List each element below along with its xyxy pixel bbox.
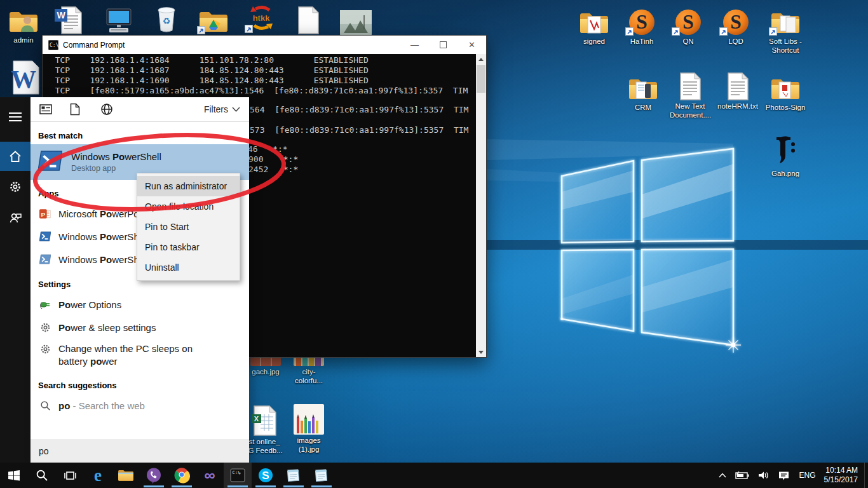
desktop-icon-crm[interactable]: CRM [623,71,663,112]
desktop-icon-qn[interactable]: QN [668,5,709,46]
window-title: Command Prompt [63,41,400,50]
feedback-button[interactable] [0,203,31,232]
maximize-button[interactable] [429,36,458,54]
desktop-icon-word-document[interactable]: W [51,4,92,34]
title-bar[interactable]: C:\ Command Prompt — ✕ [43,36,486,54]
menu-item-open-file-location[interactable]: Open file location [137,196,240,217]
filter-web-tab[interactable] [100,103,122,116]
desktop-icon-new-text-document[interactable]: New Text Document.... [670,70,710,119]
desktop-icon-photo[interactable] [336,5,376,36]
search-result-power-options[interactable]: Power Options [31,293,249,316]
menu-item-pin-to-taskbar[interactable]: Pin to taskbar [137,237,240,257]
shortcut-arrow-icon [719,27,728,36]
desktop-icon-label: Shortcut [765,46,806,55]
best-match-header: Best match [31,122,249,144]
result-label: Microsoft PowerPoint [58,208,149,219]
desktop-icon-gah-png[interactable]: Gah.png [765,133,806,178]
desktop-icon-blank-document[interactable] [288,4,329,34]
taskbar-notepad-button[interactable] [280,463,308,488]
desktop-icon-label: (1).jpg [288,445,329,454]
desktop-icon-photos-sign[interactable]: Photos-Sign [765,71,806,112]
file-explorer-icon [118,468,134,482]
desktop-icon-admin-folder[interactable]: admin [3,4,44,44]
search-result-pc-sleep-battery[interactable]: Change when the PC sleeps on battery pow… [31,339,249,372]
feedback-icon [8,210,22,224]
desktop-icon-htkk-shortcut[interactable]: htkk [241,3,281,33]
notepad-icon [286,468,301,483]
svg-text:C:\: C:\ [50,43,58,48]
shortcut-arrow-icon [625,27,634,36]
viber-icon [146,467,162,484]
desktop-icon-label: QN [682,37,693,45]
desktop-icon-label: noteHRM.txt [717,102,758,110]
desktop-icon-notehrm-txt[interactable]: noteHRM.txt [717,70,758,111]
home-icon [8,149,22,163]
search-result-power-sleep[interactable]: Power & sleep settings [31,316,249,339]
taskbar-search-button[interactable] [28,463,56,488]
taskbar-notepad2-button[interactable] [308,463,336,488]
vertical-scrollbar[interactable] [476,54,486,357]
taskbar-visual-studio-button[interactable]: ∞ [196,463,224,488]
windows-logo-icon [7,468,21,482]
powershell-icon [38,150,62,174]
maximize-icon [440,41,447,48]
menu-button[interactable] [0,102,31,132]
search-suggestions-header: Search suggestions [31,372,249,394]
desktop-icon-label: Gah.png [771,170,799,177]
battery-status[interactable] [731,463,754,488]
menu-item-uninstall[interactable]: Uninstall [137,257,240,278]
desktop-icon-hatinh[interactable]: HaTinh [621,5,662,46]
show-desktop-button[interactable] [864,463,868,488]
menu-item-run-as-administrator[interactable]: Run as administrator [137,176,240,196]
taskbar-chrome-button[interactable] [168,463,196,488]
desktop-icon-soft-libs[interactable]: Soft Libs - Shortcut [765,5,806,55]
document-icon [70,103,80,116]
close-button[interactable]: ✕ [458,36,486,54]
scroll-down-icon[interactable] [476,347,486,357]
desktop-icon-signed[interactable]: signed [574,5,614,46]
search-input[interactable]: po [31,439,249,463]
task-view-button[interactable] [56,463,84,488]
taskbar-skype-button[interactable]: S [252,463,280,488]
scrollbar-thumb[interactable] [477,65,485,93]
filter-documents-tab[interactable] [70,103,92,116]
filter-apps-tab[interactable] [39,104,61,115]
system-tray: ENG 10:14 AM 5/15/2017 [714,463,868,488]
desktop-icon-images-1-jpg[interactable]: images (1).jpg [288,404,329,454]
taskbar-edge-button[interactable]: e [84,463,112,488]
filters-label: Filters [204,104,228,114]
svg-text:♻: ♻ [163,16,171,26]
powershell-ise-icon [39,254,51,264]
console-line: TCP 192.168.1.4:1690 184.85.124.80:443 E… [45,76,369,86]
desktop-icon-excel-feedback-file[interactable]: X st online_ IG Feedb... [244,405,285,455]
desktop-icon-label: st online_ [244,437,285,446]
desktop-icon-label: Soft Libs - [765,37,806,46]
desktop-icon-recycle-bin[interactable]: ♻ [146,3,187,33]
desktop-icon-label: city-colorfu... [295,368,323,384]
web-search-suggestion[interactable]: po - Search the web [31,394,249,417]
filters-dropdown[interactable]: Filters [204,104,240,114]
search-icon [36,469,48,482]
taskbar-viber-button[interactable] [140,463,168,488]
action-center-button[interactable] [774,463,794,488]
taskbar-clock[interactable]: 10:14 AM 5/15/2017 [822,466,864,485]
desktop-icon-this-pc[interactable] [98,4,139,34]
gear-icon [39,342,51,368]
command-prompt-icon: C:\ [230,468,245,483]
start-button[interactable] [0,463,28,488]
desktop-icon-word-app[interactable]: W [3,58,43,97]
menu-item-pin-to-start[interactable]: Pin to Start [137,217,240,237]
desktop-icon-google-drive-folder[interactable] [193,4,234,34]
svg-text:X: X [254,415,259,423]
scroll-up-icon[interactable] [476,54,486,64]
desktop-icon-lqd[interactable]: LQD [715,5,756,46]
taskbar-file-explorer-button[interactable] [112,463,140,488]
tray-expand-button[interactable] [714,463,731,488]
taskbar-command-prompt-button[interactable]: C:\ [224,463,252,488]
minimize-button[interactable]: — [400,36,429,54]
volume-status[interactable] [754,463,774,488]
settings-button[interactable] [0,172,31,201]
home-button[interactable] [0,142,31,171]
hamburger-icon [9,112,22,121]
language-indicator[interactable]: ENG [794,471,822,480]
